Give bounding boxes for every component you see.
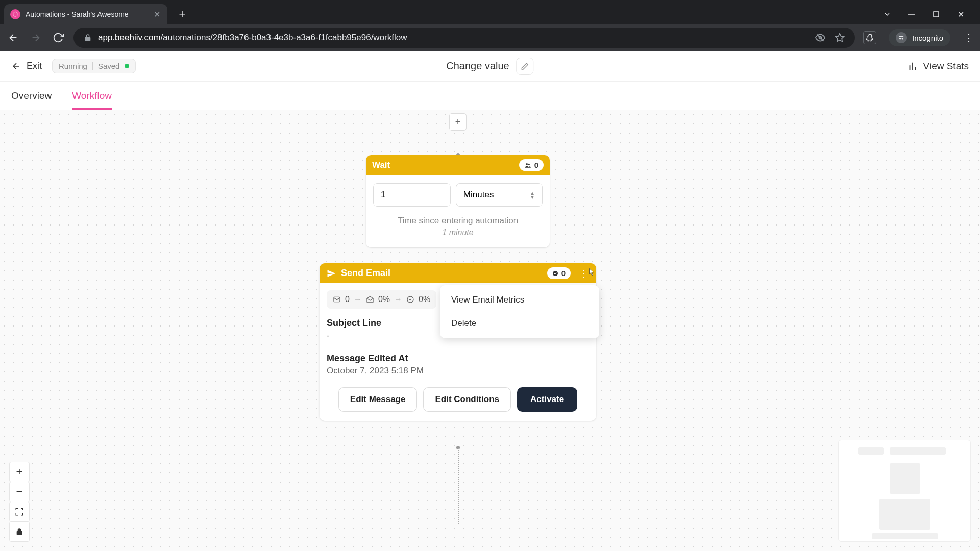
zoom-out-button[interactable]: − [9,482,30,502]
svg-point-10 [526,163,528,165]
url-text: app.beehiiv.com/automations/28fb3a76-b0a… [98,33,407,43]
wait-count-badge: 0 [519,159,544,171]
lock-view-button[interactable] [9,521,30,542]
send-email-title: Send Email [341,268,390,279]
wait-note-sub: 1 minute [373,228,543,237]
chevron-down-icon[interactable] [882,9,892,19]
workflow-canvas[interactable]: + Wait 0 1 Minutes ▲▼ Time si [0,110,980,551]
svg-point-6 [902,38,904,40]
status-saved-dot [125,64,129,68]
svg-rect-1 [934,12,939,17]
exit-label: Exit [27,61,42,71]
zoom-in-button[interactable]: + [9,462,30,482]
svg-marker-4 [836,34,844,42]
favicon-beehiiv [10,9,20,19]
email-metrics-row: 0 → 0% → 0% [327,290,436,309]
browser-menu-icon[interactable]: ⋮ [964,32,974,44]
incognito-label: Incognito [912,34,943,42]
incognito-icon [896,32,907,43]
mail-icon [333,295,341,304]
click-icon [406,295,414,304]
eye-off-icon[interactable] [815,33,825,43]
mail-open-icon [366,295,374,304]
tab-title: Automations - Sarah's Awesome [26,10,147,18]
menu-view-email-metrics[interactable]: View Email Metrics [440,288,599,312]
add-node-button[interactable]: + [449,113,467,131]
status-running: Running [59,62,87,70]
browser-tab[interactable]: Automations - Sarah's Awesome ✕ [4,4,167,24]
wait-unit-select[interactable]: Minutes ▲▼ [456,183,543,207]
view-stats-button[interactable]: View Stats [907,61,969,72]
incognito-badge: Incognito [889,29,950,46]
lock-icon [84,34,92,42]
edit-conditions-button[interactable]: Edit Conditions [423,387,511,412]
svg-point-11 [528,163,530,165]
close-window-icon[interactable]: ✕ [955,9,966,19]
users-icon [524,162,531,169]
edit-title-button[interactable] [517,58,534,75]
tab-workflow[interactable]: Workflow [72,82,112,110]
new-tab-button[interactable]: + [174,6,191,23]
exit-button[interactable]: Exit [11,61,42,71]
wait-note: Time since entering automation [373,216,543,226]
minimize-icon[interactable] [906,9,917,19]
star-icon[interactable] [835,33,845,43]
send-email-count-badge: 0 [547,267,571,279]
arrow-left-icon [11,61,21,71]
check-circle-icon [552,270,558,277]
edited-label: Message Edited At [327,353,589,364]
status-saved: Saved [98,62,120,70]
stepper-icon: ▲▼ [530,191,535,199]
menu-delete[interactable]: Delete [440,312,599,335]
page-title: Change value [446,60,509,72]
bar-chart-icon [907,61,918,72]
extensions-icon[interactable] [863,31,876,44]
svg-point-5 [899,38,901,40]
fit-view-button[interactable] [9,502,30,522]
reload-button[interactable] [51,31,65,45]
wait-value-input[interactable]: 1 [373,183,451,207]
close-icon[interactable]: ✕ [152,10,161,19]
edit-message-button[interactable]: Edit Message [338,387,418,412]
view-stats-label: View Stats [923,61,969,72]
pencil-icon [521,62,529,70]
forward-button[interactable] [29,31,43,45]
maximize-icon[interactable] [931,9,941,19]
node-wait[interactable]: Wait 0 1 Minutes ▲▼ Time since entering … [366,155,550,247]
status-pill: Running Saved [52,59,136,73]
edited-value: October 7, 2023 5:18 PM [327,366,589,376]
minimap[interactable] [838,440,971,542]
send-icon [327,269,336,278]
node-context-menu: View Email Metrics Delete [440,285,599,338]
cursor-icon [586,267,596,277]
activate-button[interactable]: Activate [517,387,577,412]
svg-point-12 [553,271,558,276]
node-more-button[interactable]: ⋮ [579,268,589,279]
address-bar[interactable]: app.beehiiv.com/automations/28fb3a76-b0a… [74,28,855,48]
wait-title: Wait [372,160,390,170]
tab-overview[interactable]: Overview [11,82,52,110]
back-button[interactable] [6,31,20,45]
